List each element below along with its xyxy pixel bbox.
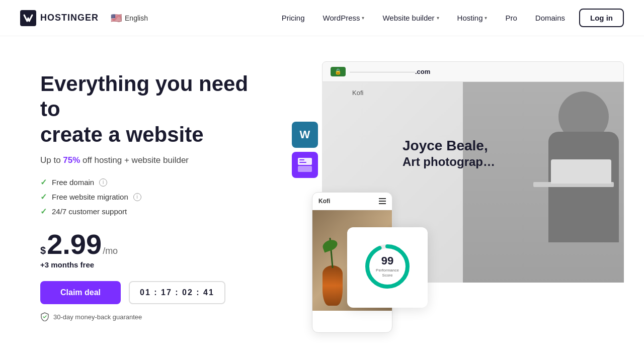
person-photo: [463, 81, 624, 283]
info-icon[interactable]: i: [133, 193, 141, 201]
login-button[interactable]: Log in: [579, 9, 624, 27]
laptop-screen: [551, 159, 611, 184]
hero-headline: Everything you need to create a website: [40, 71, 272, 147]
feature-support: ✓ 24/7 customer support: [40, 207, 272, 216]
logo[interactable]: HOSTINGER: [20, 10, 99, 26]
wordpress-icon[interactable]: W: [292, 122, 318, 148]
chevron-down-icon: ▾: [362, 15, 364, 21]
price-row: $ 2.99 /mo: [40, 230, 272, 258]
preview-site-label-top: Kofi: [352, 89, 363, 97]
svg-text:Performance: Performance: [376, 268, 399, 273]
check-icon: ✓: [40, 207, 47, 216]
feature-migration: ✓ Free website migration i: [40, 192, 272, 202]
check-icon: ✓: [40, 192, 47, 202]
preview-name-overlay: Joyce Beale, Art photograp…: [403, 137, 495, 169]
price-period: /mo: [103, 246, 118, 256]
svg-text:99: 99: [381, 254, 393, 267]
flag-icon: 🇺🇸: [111, 13, 122, 24]
countdown-timer: 01 : 17 : 02 : 41: [129, 281, 225, 304]
hostinger-builder-icon[interactable]: [292, 152, 318, 178]
ssl-badge: 🔒: [331, 67, 346, 76]
logo-icon: [20, 10, 36, 26]
main-content: Everything you need to create a website …: [0, 36, 644, 362]
vase: [323, 265, 343, 306]
tool-sidebar: W: [292, 122, 318, 178]
plant-leaf: [321, 238, 339, 252]
cta-row: Claim deal 01 : 17 : 02 : 41: [40, 281, 272, 304]
bonus-text: +3 months free: [40, 260, 272, 269]
header: HOSTINGER 🇺🇸 English Pricing WordPress ▾…: [0, 0, 644, 36]
language-label: English: [125, 14, 148, 22]
claim-deal-button[interactable]: Claim deal: [40, 281, 121, 304]
shield-icon: [40, 312, 49, 321]
chevron-down-icon: ▾: [437, 15, 439, 21]
person-body: [548, 132, 619, 242]
nav-item-website-builder[interactable]: Website builder ▾: [374, 10, 447, 26]
url-bar: ——————————.com: [350, 68, 430, 75]
svg-text:Score: Score: [382, 273, 393, 278]
browser-bar: 🔒 ——————————.com: [322, 61, 624, 82]
features-list: ✓ Free domain i ✓ Free website migration…: [40, 177, 272, 216]
chevron-down-icon: ▾: [485, 15, 487, 21]
hero-visual: 🔒 ——————————.com W: [282, 61, 624, 323]
pricing-section: $ 2.99 /mo +3 months free: [40, 230, 272, 269]
nav-item-pro[interactable]: Pro: [497, 10, 525, 26]
language-selector[interactable]: 🇺🇸 English: [107, 11, 152, 26]
header-left: HOSTINGER 🇺🇸 English: [20, 10, 152, 26]
hero-left: Everything you need to create a website …: [40, 61, 272, 321]
hero-subheadline: Up to 75% off hosting + website builder: [40, 155, 272, 165]
money-back-guarantee: 30-day money-back guarantee: [40, 312, 272, 321]
mobile-header: Kofi: [312, 193, 392, 210]
price-amount: 2.99: [47, 230, 102, 258]
hamburger-icon[interactable]: [379, 198, 386, 204]
logo-text: HOSTINGER: [40, 13, 99, 23]
svg-rect-1: [298, 158, 312, 165]
nav-item-wordpress[interactable]: WordPress ▾: [315, 10, 373, 26]
performance-circle: 99 Performance Score: [362, 241, 413, 292]
nav-item-domains[interactable]: Domains: [527, 10, 573, 26]
nav-item-pricing[interactable]: Pricing: [274, 10, 313, 26]
check-icon: ✓: [40, 177, 47, 187]
currency-symbol: $: [40, 245, 46, 256]
nav-item-hosting[interactable]: Hosting ▾: [449, 10, 496, 26]
svg-rect-2: [298, 166, 312, 172]
info-icon[interactable]: i: [99, 178, 107, 187]
feature-free-domain: ✓ Free domain i: [40, 177, 272, 187]
performance-card: 99 Performance Score: [347, 227, 428, 308]
main-nav: Pricing WordPress ▾ Website builder ▾ Ho…: [274, 9, 624, 27]
